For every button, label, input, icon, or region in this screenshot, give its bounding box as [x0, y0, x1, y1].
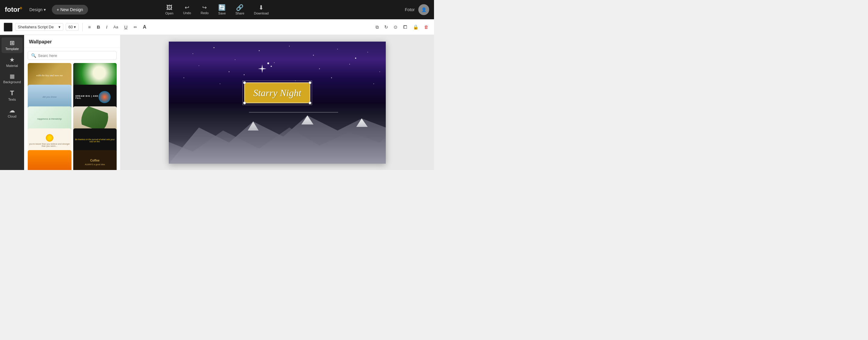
svg-point-15	[184, 77, 184, 78]
svg-point-14	[379, 71, 380, 72]
sidebar-item-texts[interactable]: T Texts	[1, 87, 23, 104]
canvas-area: Starry Night	[121, 35, 434, 170]
svg-marker-21	[258, 64, 267, 73]
header: fotor® Design ▾ + New Design 🖼 Open ↩ Un…	[0, 0, 434, 19]
svg-point-2	[235, 59, 236, 60]
color-swatch[interactable]	[4, 23, 13, 32]
svg-point-19	[331, 77, 332, 78]
text-case-button[interactable]: A	[141, 23, 148, 31]
svg-point-17	[244, 74, 245, 75]
template-thumb-5[interactable]: happiness & friendship	[28, 106, 71, 131]
logo-area: fotor®	[5, 6, 22, 13]
svg-point-7	[355, 58, 356, 59]
letter-spacing-button[interactable]: ⇔	[132, 24, 138, 30]
template-thumb-6[interactable]	[73, 106, 117, 131]
font-selector[interactable]: Shellahera Script De ▾	[15, 23, 63, 31]
underline-decoration	[249, 112, 338, 113]
handle-top-right[interactable]	[309, 81, 312, 84]
align-button[interactable]: ≡	[86, 23, 93, 31]
search-input[interactable]	[38, 53, 113, 58]
template-thumb-9[interactable]: city van road trip	[28, 150, 71, 170]
undo-icon: ↩	[185, 5, 189, 10]
svg-point-22	[267, 62, 269, 64]
font-size-button[interactable]: Aa	[112, 24, 120, 30]
background-icon: ▦	[10, 73, 15, 79]
svg-point-5	[313, 55, 314, 56]
search-bar[interactable]: 🔍	[28, 51, 117, 60]
download-tool[interactable]: ⬇ Download	[254, 4, 269, 15]
font-size-input[interactable]: 60 ▾	[66, 23, 79, 31]
handle-bottom-right[interactable]	[309, 101, 312, 104]
redo-tool[interactable]: ↪ Redo	[201, 5, 209, 15]
svg-point-8	[367, 52, 368, 53]
search-icon: 🔍	[31, 53, 36, 58]
divider-1	[82, 23, 83, 31]
header-right: Fotor 👤	[405, 4, 429, 15]
share-tool[interactable]: 🔗 Share	[236, 4, 244, 15]
template-icon: ⊞	[10, 40, 15, 46]
undo-tool[interactable]: ↩ Undo	[183, 5, 191, 15]
username: Fotor	[405, 7, 415, 12]
redo-icon: ↪	[202, 5, 207, 10]
download-icon: ⬇	[258, 4, 264, 10]
svg-point-3	[259, 50, 260, 51]
svg-point-20	[373, 84, 374, 84]
template-thumb-3[interactable]: did you know	[28, 85, 71, 109]
template-thumb-7[interactable]: you're braver than you believe and stron…	[28, 128, 71, 153]
duplicate-button[interactable]: ⧉	[374, 23, 381, 31]
texts-icon: T	[10, 90, 14, 96]
svg-point-13	[349, 64, 350, 64]
sidebar-item-background[interactable]: ▦ Background	[1, 71, 23, 86]
design-button[interactable]: Design ▾	[27, 6, 48, 13]
lock-button[interactable]: 🔒	[411, 23, 421, 31]
svg-point-4	[289, 46, 290, 47]
open-tool[interactable]: 🖼 Open	[165, 4, 174, 15]
open-icon: 🖼	[166, 4, 173, 10]
avatar[interactable]: 👤	[418, 4, 429, 15]
save-icon: 🔄	[218, 4, 226, 10]
crop-button[interactable]: ⊙	[392, 23, 399, 31]
font-dropdown-icon: ▾	[59, 25, 61, 29]
share-icon: 🔗	[236, 4, 244, 10]
material-icon: ★	[9, 57, 15, 63]
rotate-button[interactable]: ↻	[382, 23, 390, 31]
handle-bottom-left[interactable]	[243, 101, 246, 104]
italic-button[interactable]: I	[104, 23, 109, 31]
left-sidebar: ⊞ Template ★ Material ▦ Background T Tex…	[0, 35, 24, 170]
template-grid: with the key and now me did you know DRE…	[24, 63, 120, 170]
template-thumb-2[interactable]	[73, 63, 117, 87]
svg-point-16	[220, 84, 220, 84]
delete-button[interactable]: 🗑	[422, 23, 430, 31]
template-panel: Wallpaper 🔍 with the key and now me did …	[24, 35, 121, 170]
svg-point-12	[319, 68, 320, 69]
svg-point-11	[274, 62, 275, 63]
new-design-button[interactable]: + New Design	[52, 5, 88, 14]
template-thumb-8[interactable]: Be fearless in the pursuit of what sets …	[73, 128, 117, 153]
font-size-dropdown-icon: ▾	[74, 25, 76, 29]
panel-title: Wallpaper	[24, 35, 120, 48]
canvas-container: Starry Night	[169, 41, 386, 164]
svg-point-6	[337, 49, 338, 50]
main-layout: ⊞ Template ★ Material ▦ Background T Tex…	[0, 35, 434, 170]
sidebar-item-cloud[interactable]: ☁ Cloud	[1, 105, 23, 121]
handle-top-left[interactable]	[243, 81, 246, 84]
canvas-text-box[interactable]: Starry Night	[244, 82, 310, 103]
template-thumb-4[interactable]: DREAM BIG | AND DARE TO FAIL	[73, 85, 117, 109]
bold-button[interactable]: B	[95, 23, 102, 31]
template-thumb-10[interactable]: Coffee ALWAYS a good idea	[73, 150, 117, 170]
svg-point-10	[229, 71, 230, 72]
svg-point-1	[214, 47, 215, 48]
chevron-down-icon: ▾	[44, 7, 46, 12]
template-thumb-1[interactable]: with the key and now me	[28, 63, 71, 87]
toolbar: Shellahera Script De ▾ 60 ▾ ≡ B I Aa U ⇔…	[0, 19, 434, 35]
logo: fotor®	[5, 6, 22, 13]
sidebar-item-template[interactable]: ⊞ Template	[1, 37, 23, 53]
underline-button[interactable]: U	[122, 23, 129, 31]
save-tool[interactable]: 🔄 Save	[218, 4, 226, 15]
layers-button[interactable]: ⧠	[401, 23, 409, 31]
canvas-text: Starry Night	[253, 87, 301, 98]
svg-point-23	[271, 66, 272, 67]
svg-point-0	[193, 53, 193, 54]
header-tools: 🖼 Open ↩ Undo ↪ Redo 🔄 Save 🔗 Share ⬇ Do…	[165, 4, 269, 15]
sidebar-item-material[interactable]: ★ Material	[1, 54, 23, 70]
